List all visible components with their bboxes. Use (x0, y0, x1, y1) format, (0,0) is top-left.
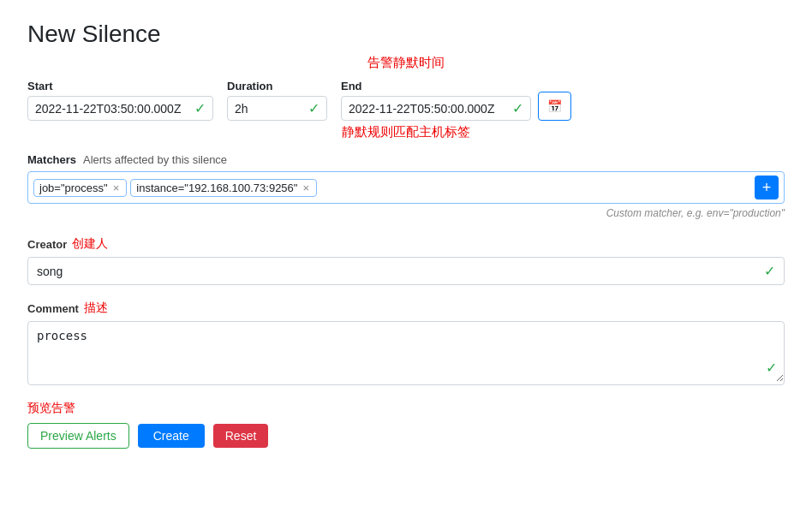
matcher-hint: Custom matcher, e.g. env="production" (27, 207, 785, 219)
preview-label-red: 预览告警 (27, 401, 785, 416)
action-buttons: Preview Alerts Create Reset (27, 423, 785, 449)
matcher-tag-value-1: instance="192.168.100.73:9256" (136, 182, 297, 194)
matchers-label: Matchers (27, 153, 76, 166)
comment-label: Comment (27, 302, 79, 315)
end-label: End (341, 80, 531, 92)
end-input-wrapper: ✓ (341, 96, 531, 121)
add-matcher-button[interactable]: + (755, 176, 779, 199)
duration-input-wrapper: ✓ (227, 96, 327, 121)
comment-label-red: 描述 (84, 301, 108, 316)
matcher-tag-1: instance="192.168.100.73:9256" × (130, 179, 317, 197)
comment-section: Comment 描述 process ✓ (27, 301, 785, 385)
end-input[interactable] (349, 102, 507, 116)
start-input[interactable] (35, 102, 189, 116)
matchers-sublabel: Alerts affected by this silence (83, 153, 227, 166)
silence-time-label: 告警静默时间 (27, 55, 785, 71)
comment-textarea[interactable]: process (28, 322, 784, 382)
matcher-remove-1[interactable]: × (301, 182, 311, 193)
duration-label: Duration (227, 80, 327, 92)
preview-section: 预览告警 Preview Alerts Create Reset (27, 401, 785, 449)
duration-field-group: Duration ✓ (227, 80, 327, 121)
calendar-icon: 📅 (547, 99, 562, 113)
end-group: End ✓ 📅 (341, 80, 571, 121)
duration-input[interactable] (235, 102, 303, 116)
creator-input[interactable] (37, 265, 764, 278)
create-button[interactable]: Create (138, 424, 205, 448)
start-field-group: Start ✓ (27, 80, 213, 121)
creator-input-wrapper: ✓ (27, 257, 785, 285)
matcher-remove-0[interactable]: × (111, 182, 122, 193)
preview-alerts-button[interactable]: Preview Alerts (27, 423, 129, 449)
start-input-wrapper: ✓ (27, 96, 213, 121)
matcher-tag-value-0: job="process" (39, 182, 108, 194)
comment-textarea-wrapper: process ✓ (27, 321, 785, 385)
reset-button[interactable]: Reset (213, 424, 269, 448)
calendar-button[interactable]: 📅 (538, 92, 571, 121)
matchers-input-row: job="process" × instance="192.168.100.73… (27, 171, 785, 204)
creator-section: Creator 创建人 ✓ (27, 236, 785, 285)
creator-check-icon: ✓ (764, 263, 775, 279)
comment-check-icon: ✓ (766, 360, 777, 376)
duration-check-icon: ✓ (308, 100, 319, 116)
creator-label-red: 创建人 (72, 236, 108, 252)
start-label: Start (27, 80, 213, 92)
matcher-annotation-label: 静默规则匹配主机标签 (27, 124, 785, 140)
page-title: New Silence (27, 21, 785, 48)
start-check-icon: ✓ (194, 100, 206, 116)
matcher-tag-0: job="process" × (33, 179, 127, 197)
end-check-icon: ✓ (512, 100, 523, 116)
end-field-group: End ✓ (341, 80, 531, 121)
matcher-free-input[interactable] (320, 182, 748, 194)
creator-label: Creator (27, 238, 67, 251)
matchers-section: Matchers Alerts affected by this silence… (27, 152, 785, 219)
